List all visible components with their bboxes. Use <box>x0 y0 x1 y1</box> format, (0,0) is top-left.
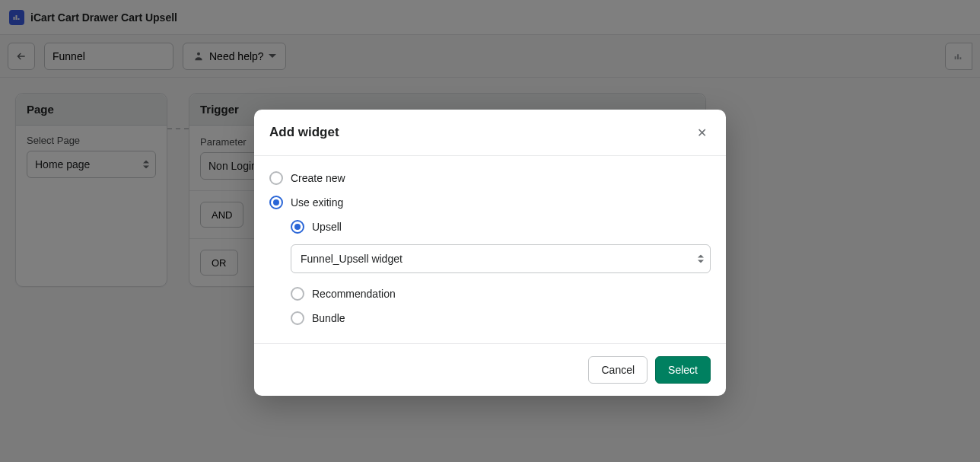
radio-recommendation[interactable]: Recommendation <box>291 287 711 301</box>
radio-icon <box>269 196 283 209</box>
radio-use-existing[interactable]: Use exiting <box>269 196 711 209</box>
bundle-label: Bundle <box>312 312 345 324</box>
widget-select-value: Funnel_Upsell widget <box>301 253 402 265</box>
modal-title: Add widget <box>269 125 339 140</box>
radio-icon <box>291 287 304 301</box>
select-button[interactable]: Select <box>655 356 711 384</box>
close-icon: ✕ <box>697 126 707 140</box>
use-existing-label: Use exiting <box>291 196 343 209</box>
select-arrows-icon <box>698 255 704 263</box>
modal-overlay[interactable]: Add widget ✕ Create new Use exiting Upse… <box>0 0 980 462</box>
widget-select[interactable]: Funnel_Upsell widget <box>291 244 711 273</box>
upsell-label: Upsell <box>312 221 342 233</box>
cancel-button[interactable]: Cancel <box>588 356 648 384</box>
create-new-label: Create new <box>291 172 345 184</box>
close-button[interactable]: ✕ <box>692 123 711 142</box>
radio-create-new[interactable]: Create new <box>269 171 711 185</box>
add-widget-modal: Add widget ✕ Create new Use exiting Upse… <box>254 110 726 396</box>
radio-icon <box>291 220 304 234</box>
radio-icon <box>291 311 304 325</box>
radio-bundle[interactable]: Bundle <box>291 311 711 325</box>
radio-icon <box>269 171 283 185</box>
recommendation-label: Recommendation <box>312 288 396 300</box>
radio-upsell[interactable]: Upsell <box>291 220 711 234</box>
